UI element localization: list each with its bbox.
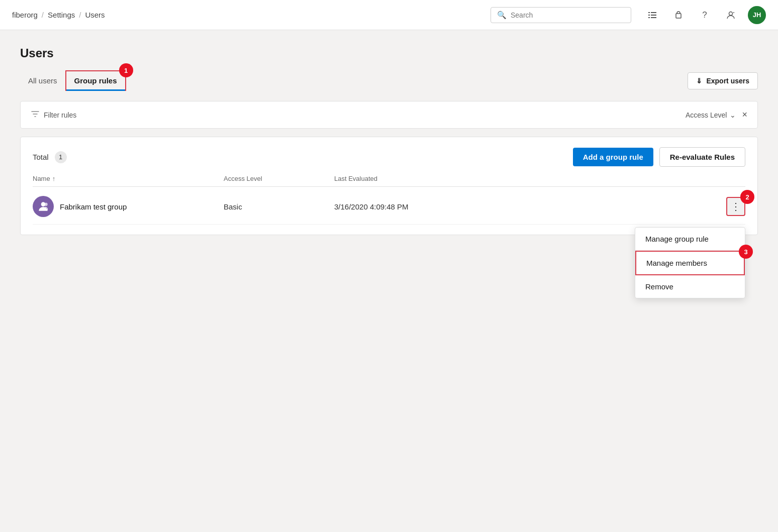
breadcrumb-users[interactable]: Users [85,11,105,19]
svg-rect-5 [651,17,656,18]
search-icon: 🔍 [497,11,507,20]
col-header-last-evaluated[interactable]: Last Evaluated [334,175,715,182]
context-menu: Manage group rule Manage members 3 Remov… [635,227,745,298]
account-settings-icon[interactable] [722,6,740,24]
table-rows-container: Fabrikam test group Basic 3/16/2020 4:09… [33,189,745,225]
access-level-value: Basic [224,202,334,211]
export-users-label: Export users [706,77,749,85]
filter-rules-label: Filter rules [44,111,76,119]
help-icon[interactable]: ? [696,6,714,24]
download-icon: ⇓ [696,77,702,85]
add-group-rule-button[interactable]: Add a group rule [573,148,653,166]
group-cell: Fabrikam test group [33,196,224,217]
svg-point-8 [733,12,734,13]
svg-rect-2 [648,15,650,16]
tab-group-rules[interactable]: Group rules [65,70,126,91]
total-count-badge: 1 [55,151,67,163]
col-header-actions [715,175,745,182]
tab-all-users[interactable]: All users [20,71,65,90]
tab-badge-1: 1 [119,63,133,77]
context-menu-manage-group-rule[interactable]: Manage group rule [635,228,745,251]
topnav: fiberorg / Settings / Users 🔍 [0,0,778,30]
filter-close-button[interactable]: × [742,110,747,120]
svg-rect-4 [648,17,650,18]
svg-rect-6 [676,14,681,18]
col-access-level-label: Access Level [224,175,262,182]
table-card: Total 1 Add a group rule Re-evaluate Rul… [20,137,758,235]
step-badge-3: 3 [739,245,753,259]
reevaluate-rules-button[interactable]: Re-evaluate Rules [659,147,745,167]
list-icon[interactable] [643,6,661,24]
svg-rect-0 [648,12,650,13]
step-badge-2: 2 [740,190,754,204]
sort-icon: ↑ [52,175,56,182]
tabs-row: All users Group rules 1 ⇓ Export users [20,70,758,91]
page-title: Users [20,46,758,60]
breadcrumb-sep-2: / [79,11,81,19]
chevron-down-icon: ⌄ [730,111,736,119]
col-header-access-level[interactable]: Access Level [224,175,334,182]
filter-right: Access Level ⌄ × [686,110,747,120]
main-content: Users All users Group rules 1 ⇓ Export u… [0,30,778,251]
last-evaluated-value: 3/16/2020 4:09:48 PM [334,202,715,211]
bag-icon[interactable] [669,6,688,24]
search-input[interactable] [511,11,625,19]
group-avatar [33,196,54,217]
nav-icons: ? JH [643,6,766,24]
more-actions-cell: ⋮ 2 Manage group rule Manage members 3 R… [715,197,745,216]
table-row: Fabrikam test group Basic 3/16/2020 4:09… [33,189,745,225]
filter-icon [31,110,40,120]
svg-point-7 [729,12,733,15]
svg-point-10 [44,202,48,206]
svg-rect-1 [651,12,656,13]
breadcrumb-sep-1: / [42,11,44,19]
filter-bar: Filter rules Access Level ⌄ × [20,101,758,129]
total-label: Total [33,153,49,161]
filter-rules-area[interactable]: Filter rules [31,110,76,120]
context-menu-remove[interactable]: Remove [635,275,745,298]
manage-members-label: Manage members [646,259,707,267]
access-level-label: Access Level [686,111,727,119]
col-name-label: Name [33,175,50,182]
table-column-headers: Name ↑ Access Level Last Evaluated [33,175,745,187]
breadcrumb-fiberorg[interactable]: fiberorg [12,11,38,19]
group-name[interactable]: Fabrikam test group [60,202,127,211]
breadcrumb-settings[interactable]: Settings [48,11,75,19]
search-bar[interactable]: 🔍 [491,7,631,23]
col-last-evaluated-label: Last Evaluated [334,175,377,182]
export-users-button[interactable]: ⇓ Export users [688,72,758,89]
col-header-name[interactable]: Name ↑ [33,175,224,182]
avatar[interactable]: JH [748,6,766,24]
access-level-filter[interactable]: Access Level ⌄ [686,111,736,119]
breadcrumb: fiberorg / Settings / Users [12,11,105,19]
context-menu-manage-members[interactable]: Manage members 3 [635,251,745,275]
svg-rect-3 [651,15,656,16]
tab-group-rules-wrapper: Group rules 1 [65,70,126,91]
table-header-row: Total 1 Add a group rule Re-evaluate Rul… [33,147,745,167]
